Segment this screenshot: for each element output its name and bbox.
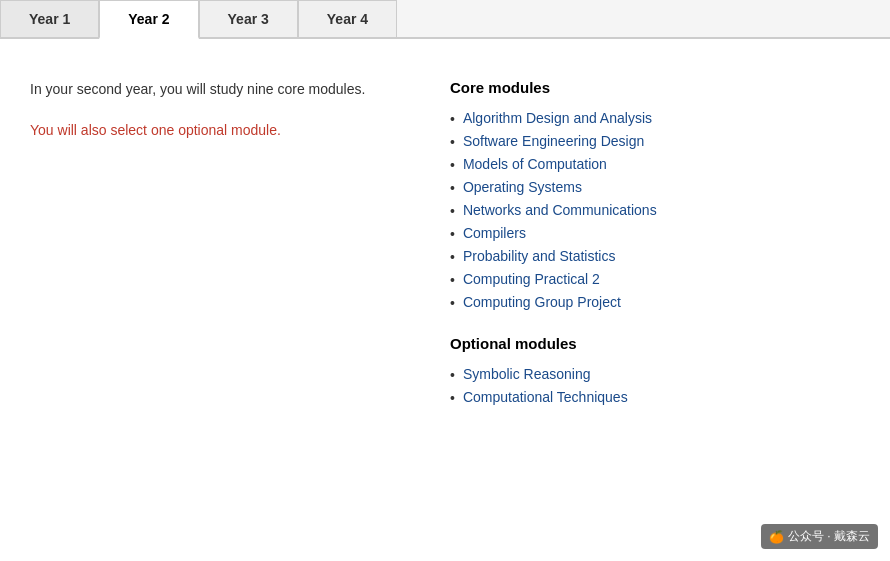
bullet-icon: •: [450, 157, 455, 173]
watermark-icon: 🍊: [769, 530, 784, 544]
bullet-icon: •: [450, 111, 455, 127]
module-link[interactable]: Compilers: [463, 225, 526, 241]
list-item: •Operating Systems: [450, 179, 860, 196]
watermark: 🍊 公众号 · 戴森云: [761, 524, 878, 549]
bullet-icon: •: [450, 295, 455, 311]
bullet-icon: •: [450, 367, 455, 383]
list-item: •Computational Techniques: [450, 389, 860, 406]
module-link[interactable]: Computational Techniques: [463, 389, 628, 405]
module-link[interactable]: Software Engineering Design: [463, 133, 644, 149]
list-item: •Computing Group Project: [450, 294, 860, 311]
module-link[interactable]: Computing Group Project: [463, 294, 621, 310]
right-column: Core modules •Algorithm Design and Analy…: [450, 79, 860, 430]
list-item: •Models of Computation: [450, 156, 860, 173]
module-link[interactable]: Networks and Communications: [463, 202, 657, 218]
optional-note: You will also select one optional module…: [30, 120, 410, 141]
tab-year1[interactable]: Year 1: [0, 0, 99, 37]
list-item: •Computing Practical 2: [450, 271, 860, 288]
tab-year2[interactable]: Year 2: [99, 0, 198, 39]
module-link[interactable]: Probability and Statistics: [463, 248, 616, 264]
module-link[interactable]: Algorithm Design and Analysis: [463, 110, 652, 126]
list-item: •Algorithm Design and Analysis: [450, 110, 860, 127]
tab-bar: Year 1 Year 2 Year 3 Year 4: [0, 0, 890, 39]
optional-modules-list: •Symbolic Reasoning•Computational Techni…: [450, 366, 860, 406]
left-column: In your second year, you will study nine…: [30, 79, 410, 430]
module-link[interactable]: Operating Systems: [463, 179, 582, 195]
list-item: •Software Engineering Design: [450, 133, 860, 150]
module-link[interactable]: Symbolic Reasoning: [463, 366, 591, 382]
core-modules-list: •Algorithm Design and Analysis•Software …: [450, 110, 860, 311]
module-link[interactable]: Models of Computation: [463, 156, 607, 172]
list-item: •Networks and Communications: [450, 202, 860, 219]
bullet-icon: •: [450, 180, 455, 196]
list-item: •Compilers: [450, 225, 860, 242]
bullet-icon: •: [450, 272, 455, 288]
list-item: •Probability and Statistics: [450, 248, 860, 265]
optional-modules-heading: Optional modules: [450, 335, 860, 352]
list-item: •Symbolic Reasoning: [450, 366, 860, 383]
bullet-icon: •: [450, 390, 455, 406]
intro-text: In your second year, you will study nine…: [30, 79, 410, 100]
tab-year3[interactable]: Year 3: [199, 0, 298, 37]
module-link[interactable]: Computing Practical 2: [463, 271, 600, 287]
watermark-text: 公众号 · 戴森云: [788, 528, 870, 545]
content-area: In your second year, you will study nine…: [0, 39, 890, 460]
tab-year4[interactable]: Year 4: [298, 0, 397, 37]
bullet-icon: •: [450, 134, 455, 150]
bullet-icon: •: [450, 226, 455, 242]
core-modules-heading: Core modules: [450, 79, 860, 96]
bullet-icon: •: [450, 249, 455, 265]
bullet-icon: •: [450, 203, 455, 219]
